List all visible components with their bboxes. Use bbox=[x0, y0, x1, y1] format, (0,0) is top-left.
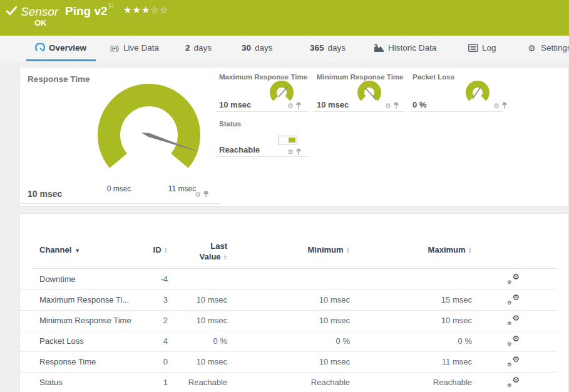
channel-maximum: 15 msec bbox=[380, 295, 472, 304]
tab-historic-data[interactable]: Historic Data bbox=[374, 36, 436, 60]
channel-last-value: 0 % bbox=[174, 336, 227, 346]
pin-icon[interactable] bbox=[203, 191, 209, 198]
gauge-toolbar: ⚙ bbox=[493, 102, 508, 109]
col-header-id[interactable]: ID▲▼ bbox=[114, 245, 168, 254]
channel-id: 2 bbox=[114, 316, 168, 325]
tab-settings[interactable]: ⚙ Settings bbox=[526, 36, 569, 60]
gear-icon[interactable]: ⚙ bbox=[287, 103, 294, 109]
channel-settings-icon[interactable]: ⚙⚙ bbox=[507, 356, 520, 367]
channel-settings-icon[interactable]: ⚙⚙ bbox=[507, 336, 520, 346]
channel-maximum: 11 msec bbox=[380, 357, 472, 366]
channel-last-value: 10 msec bbox=[174, 316, 227, 325]
tab-30-days[interactable]: 30 days bbox=[242, 36, 273, 60]
sensor-title: Ping v2 bbox=[65, 4, 108, 18]
priority-stars[interactable]: ★★★☆☆ bbox=[123, 4, 168, 16]
channel-maximum: 10 msec bbox=[380, 316, 472, 325]
tab-365-days[interactable]: 365 days bbox=[310, 36, 346, 60]
status-indicator bbox=[278, 136, 297, 144]
col-header-last-label: Last bbox=[210, 241, 227, 251]
col-header-value-label: Value bbox=[200, 252, 221, 261]
gauge-title-packet-loss: Packet Loss bbox=[413, 73, 454, 81]
channel-id: -4 bbox=[114, 274, 168, 284]
table-row: Minimum Response Time 2 10 msec 10 msec … bbox=[20, 310, 557, 331]
historic-chart-icon bbox=[374, 44, 384, 53]
col-header-minimum-label: Minimum bbox=[308, 245, 344, 254]
response-time-gauge bbox=[96, 81, 215, 176]
channel-last-value: Reachable bbox=[174, 378, 227, 387]
tab-365-days-number: 365 bbox=[310, 43, 324, 53]
col-header-last-value[interactable]: Last Value▲▼ bbox=[174, 241, 227, 262]
channel-id: 4 bbox=[114, 336, 168, 346]
pin-icon[interactable] bbox=[501, 102, 508, 109]
section-divider bbox=[215, 111, 308, 112]
gear-icon[interactable]: ⚙ bbox=[385, 103, 391, 109]
gear-icon[interactable]: ⚙ bbox=[287, 149, 294, 156]
prtg-sensor-page: Sensor Ping v2 ⚐ ★★★☆☆ OK Overview ((•))… bbox=[0, 0, 569, 392]
channel-settings-icon[interactable]: ⚙⚙ bbox=[507, 294, 520, 305]
section-divider bbox=[313, 111, 406, 112]
priority-flag-icon: ⚐ bbox=[108, 2, 115, 11]
col-header-maximum-label: Maximum bbox=[428, 245, 466, 254]
stars-filled: ★★★ bbox=[123, 4, 150, 15]
gauge-toolbar: ⚙ bbox=[287, 102, 302, 109]
tab-365-days-label: days bbox=[328, 43, 346, 53]
sensor-header: Sensor Ping v2 ⚐ ★★★☆☆ OK bbox=[0, 0, 569, 36]
packet-loss-gauge bbox=[464, 81, 491, 106]
gauge-toolbar: ⚙ bbox=[385, 102, 399, 109]
tab-live-data-label: Live Data bbox=[123, 43, 159, 53]
settings-gear-icon: ⚙ bbox=[526, 44, 537, 53]
tab-2-days[interactable]: 2 days bbox=[185, 36, 212, 60]
channel-settings-icon[interactable]: ⚙⚙ bbox=[507, 274, 520, 284]
col-header-channel[interactable]: Channel▼ bbox=[39, 245, 80, 254]
tab-log-label: Log bbox=[482, 43, 496, 53]
tab-settings-label: Settings bbox=[541, 43, 569, 53]
channel-minimum: 0 % bbox=[258, 336, 350, 346]
channel-name: Packet Loss bbox=[39, 336, 84, 346]
table-row: Packet Loss 4 0 % 0 % 0 % ⚙⚙ bbox=[20, 331, 557, 352]
tab-overview[interactable]: Overview bbox=[34, 36, 86, 60]
table-row: Downtime -4 ⚙⚙ bbox=[20, 269, 557, 290]
gear-icon[interactable]: ⚙ bbox=[493, 103, 500, 109]
gauge-title-max-rt: Maximum Response Time bbox=[219, 73, 307, 81]
channel-id: 3 bbox=[114, 295, 168, 304]
gauge-toolbar: ⚙ bbox=[195, 191, 209, 198]
status-indicator-on-block bbox=[289, 138, 295, 143]
gauge-value-status: Reachable bbox=[219, 145, 260, 154]
gear-icon[interactable]: ⚙ bbox=[195, 191, 201, 198]
channel-minimum: 10 msec bbox=[258, 295, 350, 304]
col-header-minimum[interactable]: Minimum▲▼ bbox=[258, 245, 350, 254]
tab-bar: Overview ((•)) Live Data 2 days 30 days … bbox=[0, 36, 569, 62]
col-header-channel-label: Channel bbox=[39, 245, 71, 254]
sort-icon: ▲▼ bbox=[346, 247, 350, 253]
gauges-panel: Response Time 0 msec 11 msec 10 msec ⚙ M… bbox=[19, 67, 569, 207]
gauge-title-response-time: Response Time bbox=[28, 74, 90, 84]
tab-historic-data-label: Historic Data bbox=[388, 43, 436, 53]
gauge-icon bbox=[34, 43, 45, 53]
gauge-scale-min: 0 msec bbox=[100, 184, 138, 193]
channel-settings-icon[interactable]: ⚙⚙ bbox=[507, 377, 520, 388]
gauge-value-packet-loss: 0 % bbox=[413, 100, 426, 109]
pin-icon[interactable] bbox=[295, 102, 302, 109]
channel-last-value: 10 msec bbox=[174, 357, 227, 366]
channel-name: Downtime bbox=[39, 274, 76, 284]
pin-icon[interactable] bbox=[393, 102, 399, 109]
section-divider bbox=[215, 156, 308, 157]
sensor-status-text: OK bbox=[34, 18, 47, 28]
channel-last-value: 10 msec bbox=[174, 295, 227, 304]
tab-2-days-label: days bbox=[194, 43, 212, 53]
tab-log[interactable]: Log bbox=[468, 36, 496, 60]
channel-name: Response Time bbox=[39, 357, 96, 366]
tab-overview-label: Overview bbox=[49, 43, 86, 53]
sensor-kind-label: Sensor bbox=[21, 5, 58, 19]
channel-name: Status bbox=[39, 378, 63, 387]
tab-live-data[interactable]: ((•)) Live Data bbox=[109, 36, 159, 60]
col-header-id-label: ID bbox=[153, 245, 161, 254]
col-header-maximum[interactable]: Maximum▲▼ bbox=[380, 245, 472, 254]
gauge-value-min-rt: 10 msec bbox=[317, 100, 349, 109]
pin-icon[interactable] bbox=[295, 148, 302, 156]
log-icon bbox=[468, 44, 478, 52]
channel-settings-icon[interactable]: ⚙⚙ bbox=[507, 315, 520, 326]
section-divider bbox=[22, 203, 220, 204]
gauge-toolbar: ⚙ bbox=[287, 148, 302, 156]
sort-icon: ▲▼ bbox=[223, 254, 227, 260]
